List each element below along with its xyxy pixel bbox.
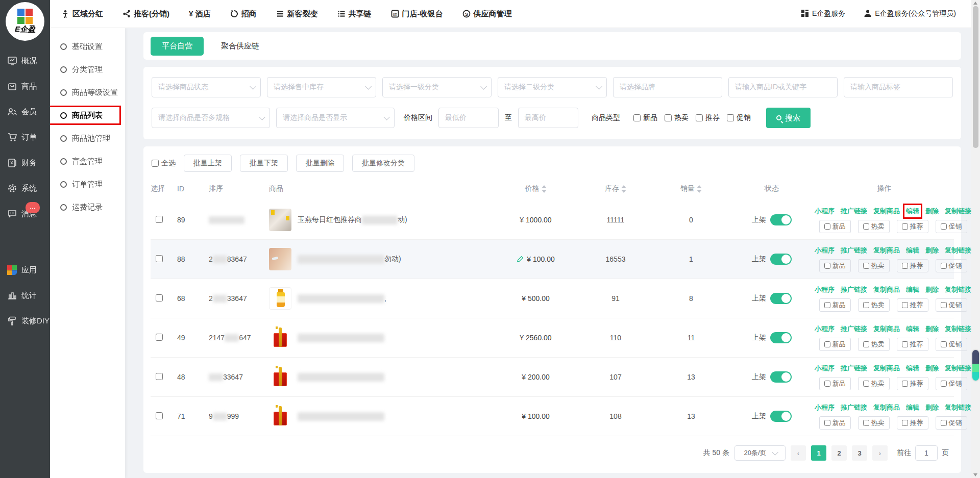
tab-aggregated-supply-chain[interactable]: 聚合供应链 bbox=[221, 41, 259, 51]
action-link-3[interactable]: 编辑 bbox=[906, 207, 919, 216]
sidebar-item-3[interactable]: 订单 bbox=[0, 124, 50, 150]
status-toggle[interactable] bbox=[770, 371, 792, 383]
goods-thumbnail[interactable] bbox=[269, 287, 291, 310]
action-link-1[interactable]: 推广链接 bbox=[841, 285, 867, 294]
batch-button-2[interactable]: 批量删除 bbox=[296, 155, 344, 172]
page-button-2[interactable]: 2 bbox=[831, 445, 847, 461]
row-checkbox[interactable] bbox=[156, 255, 163, 262]
type-checkbox-input[interactable] bbox=[633, 114, 641, 121]
type-checkbox-input[interactable] bbox=[727, 114, 734, 121]
sidebar-item-6[interactable]: 消息... bbox=[0, 201, 50, 227]
topnav-item-0[interactable]: 区域分红 bbox=[61, 9, 103, 19]
type-checkbox-1[interactable]: 热卖 bbox=[665, 113, 689, 122]
sort-ascending-icon[interactable] bbox=[697, 185, 702, 188]
edit-price-icon[interactable] bbox=[517, 256, 524, 263]
submenu-item-7[interactable]: 运费记录 bbox=[50, 196, 125, 219]
type-checkbox-input[interactable] bbox=[665, 114, 672, 121]
tag-checkbox-1[interactable]: 热卖 bbox=[858, 220, 890, 233]
sidebar-item-5[interactable]: 系统 bbox=[0, 175, 50, 201]
sidebar-item-2[interactable]: 会员 bbox=[0, 99, 50, 124]
action-link-0[interactable]: 小程序 bbox=[815, 246, 835, 255]
action-link-5[interactable]: 复制链接 bbox=[945, 285, 971, 294]
tag-checkbox-input[interactable] bbox=[902, 341, 908, 347]
filter-select-0[interactable]: 请选择商品状态 bbox=[152, 77, 261, 97]
tag-checkbox-0[interactable]: 新品 bbox=[819, 338, 851, 351]
tag-checkbox-input[interactable] bbox=[824, 420, 830, 426]
tag-checkbox-2[interactable]: 推荐 bbox=[897, 338, 928, 351]
tag-checkbox-0[interactable]: 新品 bbox=[819, 416, 851, 430]
tag-checkbox-0[interactable]: 新品 bbox=[819, 220, 851, 233]
action-link-0[interactable]: 小程序 bbox=[815, 207, 835, 216]
tag-checkbox-input[interactable] bbox=[941, 341, 947, 347]
max-price-input[interactable]: 最高价 bbox=[518, 108, 578, 128]
tag-checkbox-input[interactable] bbox=[824, 341, 830, 347]
topnav-item-5[interactable]: 共享链 bbox=[337, 9, 372, 19]
action-link-0[interactable]: 小程序 bbox=[815, 403, 835, 412]
type-checkbox-input[interactable] bbox=[696, 114, 703, 121]
action-link-4[interactable]: 删除 bbox=[925, 246, 939, 255]
scrollbar-thumb[interactable] bbox=[973, 6, 978, 148]
tag-checkbox-input[interactable] bbox=[863, 302, 869, 308]
prev-page-button[interactable]: ‹ bbox=[791, 445, 806, 461]
action-link-5[interactable]: 复制链接 bbox=[945, 207, 971, 216]
type-checkbox-2[interactable]: 推荐 bbox=[696, 113, 720, 122]
search-button[interactable]: 搜索 bbox=[766, 108, 811, 128]
tag-checkbox-3[interactable]: 促销 bbox=[936, 259, 967, 272]
action-link-4[interactable]: 删除 bbox=[925, 207, 939, 216]
action-link-3[interactable]: 编辑 bbox=[906, 364, 919, 373]
tag-checkbox-1[interactable]: 热卖 bbox=[858, 377, 890, 390]
submenu-item-3[interactable]: 商品列表 bbox=[50, 104, 125, 127]
status-toggle[interactable] bbox=[770, 254, 792, 265]
action-link-0[interactable]: 小程序 bbox=[815, 285, 835, 294]
action-link-5[interactable]: 复制链接 bbox=[945, 364, 971, 373]
submenu-item-6[interactable]: 订单管理 bbox=[50, 173, 125, 196]
action-link-4[interactable]: 删除 bbox=[925, 364, 939, 373]
sidebar-item-4[interactable]: ¥财务 bbox=[0, 150, 50, 175]
action-link-3[interactable]: 编辑 bbox=[906, 246, 919, 255]
sort-ascending-icon[interactable] bbox=[621, 185, 626, 188]
action-link-5[interactable]: 复制链接 bbox=[945, 324, 971, 334]
tag-checkbox-input[interactable] bbox=[902, 420, 908, 426]
filter-input-4[interactable]: 请选择品牌 bbox=[613, 77, 722, 97]
tag-checkbox-2[interactable]: 推荐 bbox=[897, 377, 928, 390]
tag-checkbox-input[interactable] bbox=[824, 381, 830, 387]
tab-platform-self-operated[interactable]: 平台自营 bbox=[151, 37, 204, 56]
tag-checkbox-input[interactable] bbox=[863, 420, 869, 426]
tag-checkbox-input[interactable] bbox=[902, 302, 908, 308]
sort-descending-icon[interactable] bbox=[542, 190, 547, 193]
select-all-input[interactable] bbox=[152, 160, 159, 167]
tag-checkbox-3[interactable]: 促销 bbox=[936, 298, 967, 312]
sidebar-item-1[interactable]: 商品 bbox=[0, 73, 50, 99]
goto-page-input[interactable] bbox=[915, 445, 938, 461]
tag-checkbox-2[interactable]: 推荐 bbox=[897, 416, 928, 430]
filter-select-3[interactable]: 请选择二级分类 bbox=[498, 77, 607, 97]
action-link-2[interactable]: 复制商品 bbox=[873, 364, 900, 373]
action-link-1[interactable]: 推广链接 bbox=[841, 324, 867, 334]
submenu-item-1[interactable]: 分类管理 bbox=[50, 58, 125, 81]
action-link-3[interactable]: 编辑 bbox=[906, 324, 919, 334]
action-link-2[interactable]: 复制商品 bbox=[873, 207, 900, 216]
tag-checkbox-0[interactable]: 新品 bbox=[819, 298, 851, 312]
tag-checkbox-input[interactable] bbox=[863, 263, 869, 269]
tag-checkbox-input[interactable] bbox=[824, 263, 830, 269]
tag-checkbox-3[interactable]: 促销 bbox=[936, 377, 967, 390]
sidebar-item-0[interactable]: 概况 bbox=[0, 48, 50, 73]
tag-checkbox-input[interactable] bbox=[863, 341, 869, 347]
type-checkbox-0[interactable]: 新品 bbox=[633, 113, 657, 122]
filter-select-row2-0[interactable]: 请选择商品是否多规格 bbox=[152, 108, 270, 128]
goods-thumbnail[interactable] bbox=[269, 248, 291, 270]
vertical-scrollbar[interactable] bbox=[971, 0, 980, 478]
row-checkbox[interactable] bbox=[156, 294, 163, 301]
action-link-3[interactable]: 编辑 bbox=[906, 285, 919, 294]
action-link-1[interactable]: 推广链接 bbox=[841, 403, 867, 412]
topnav-item-2[interactable]: ¥ 酒店 bbox=[189, 9, 211, 19]
tag-checkbox-1[interactable]: 热卖 bbox=[858, 416, 890, 430]
min-price-input[interactable]: 最低价 bbox=[438, 108, 499, 128]
scroll-down-arrow-icon[interactable] bbox=[973, 473, 977, 476]
scroll-up-arrow-icon[interactable] bbox=[973, 2, 977, 5]
account-menu[interactable]: E企盈服务(公众号管理员) bbox=[864, 9, 956, 19]
tag-checkbox-2[interactable]: 推荐 bbox=[897, 259, 928, 272]
status-toggle[interactable] bbox=[770, 214, 792, 225]
tag-checkbox-input[interactable] bbox=[824, 302, 830, 308]
page-button-3[interactable]: 3 bbox=[852, 445, 867, 461]
